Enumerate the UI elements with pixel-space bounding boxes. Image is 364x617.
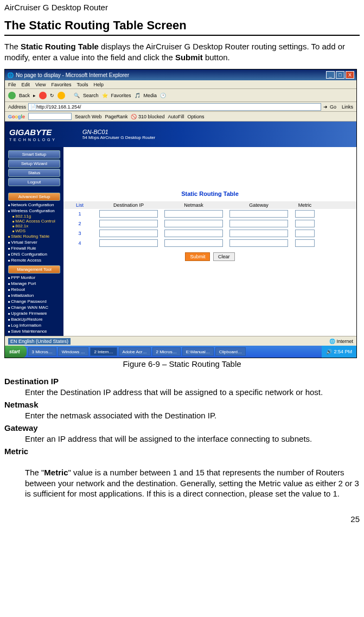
blocked-indicator[interactable]: 🚫 310 blocked [131,114,164,119]
tray-icon[interactable]: 🔊 [326,349,332,354]
srt-header-row: List Destination IP Netmask Gateway Metr… [63,201,356,209]
home-icon[interactable] [58,92,65,99]
maximize-button[interactable]: □ [336,71,344,79]
stop-icon[interactable] [39,92,47,99]
google-search-input[interactable] [28,113,72,120]
router-sidebar: Smart Setup Setup Wizard Status Logout A… [5,147,63,336]
sidebar-status[interactable]: Status [8,169,60,177]
sidebar-manage-port[interactable]: Manage Port [5,281,63,287]
searchweb-button[interactable]: Search Web [75,114,101,119]
sidebar-advanced-setup[interactable]: Advanced Setup [8,193,60,201]
back-icon[interactable] [8,92,16,99]
sidebar-mac-access[interactable]: MAC Access Control [5,219,63,224]
sidebar-remote-access[interactable]: Remote Access [5,257,63,263]
sidebar-log-information[interactable]: Log Information [5,322,63,328]
sidebar-80211g[interactable]: 802.11g [5,214,63,219]
metric-text: " value is a number between 1 and 15 tha… [25,468,359,498]
menu-edit[interactable]: Edit [22,82,30,87]
sidebar-management-tool[interactable]: Management Tool [8,265,60,273]
metric-text: The " [25,468,44,477]
address-input[interactable]: 📄 http://192.168.1.254/ [28,103,321,111]
refresh-icon[interactable]: ↻ [50,93,54,98]
menu-view[interactable]: View [35,82,46,87]
sidebar-8021x[interactable]: 802.1x [5,224,63,228]
address-value: http://192.168.1.254/ [36,104,81,110]
history-icon[interactable]: 🕑 [160,93,166,98]
ie-statusbar: EN English (United States) 🌐 Internet [5,336,356,346]
sidebar-upgrade-firmware[interactable]: Upgrade Firmware [5,310,63,316]
media-icon[interactable]: 🎵 [135,93,141,98]
sidebar-change-wan-mac[interactable]: Change WAN MAC [5,304,63,310]
favorites-icon[interactable]: ⭐ [102,93,108,98]
sidebar-dns-config[interactable]: DNS Configuration [5,251,63,257]
page-number: 25 [4,514,360,524]
minimize-button[interactable]: _ [326,71,335,79]
netmask-input[interactable] [164,230,223,237]
sidebar-save-maintenance[interactable]: Save Maintenance [5,328,63,334]
document-header: AirCruiser G Desktop Router [4,3,360,12]
pagerank-button[interactable]: PageRank [105,114,127,119]
sidebar-wds[interactable]: WDS [5,228,63,233]
sidebar-initialization[interactable]: Initialization [5,292,63,298]
submit-button[interactable]: Submit [185,252,210,261]
gateway-input[interactable] [229,210,288,218]
google-logo[interactable]: Google [8,114,25,119]
search-icon[interactable]: 🔍 [74,93,80,98]
taskbar-item[interactable]: Clipboard… [215,347,246,356]
taskbar-item[interactable]: 2 Micros… [152,347,181,356]
sidebar-firewall-rule[interactable]: Firewall Rule [5,245,63,251]
sidebar-logout[interactable]: Logout [8,178,60,186]
ie-menubar: File Edit View Favorites Tools Help [5,80,356,89]
sidebar-smart-setup[interactable]: Smart Setup [8,150,60,158]
search-button[interactable]: Search [83,93,99,98]
menu-favorites[interactable]: Favorites [51,82,71,87]
start-button[interactable]: start [5,346,27,358]
close-button[interactable]: X [346,71,354,79]
menu-help[interactable]: Help [93,82,104,87]
dest-ip-input[interactable] [99,230,158,237]
sidebar-virtual-server[interactable]: Virtual Server [5,239,63,245]
favorites-button[interactable]: Favorites [111,93,131,98]
options-button[interactable]: Options [188,114,205,119]
metric-input[interactable] [295,239,315,247]
metric-input[interactable] [295,230,315,237]
menu-file[interactable]: File [8,82,16,87]
gateway-input[interactable] [229,239,288,247]
sidebar-network-config[interactable]: Network Configuration [5,202,63,208]
forward-icon[interactable]: ▸ [33,93,36,98]
col-dest: Destination IP [96,201,161,209]
back-button[interactable]: Back [19,93,30,98]
sidebar-wireless-config[interactable]: Wireless Configuration [5,208,63,214]
dest-ip-input[interactable] [99,239,158,247]
autofill-button[interactable]: AutoFill [168,114,184,119]
system-tray[interactable]: 🔊 2:54 PM [322,346,356,358]
metric-input[interactable] [295,220,315,227]
taskbar-item[interactable]: Adobe Acr… [119,347,151,356]
taskbar-item[interactable]: 2 Intern… [90,347,117,356]
netmask-input[interactable] [164,220,223,227]
go-button[interactable]: Go [330,104,336,110]
sidebar-change-password[interactable]: Change Password [5,298,63,304]
taskbar-item[interactable]: E:\Manual… [182,347,214,356]
go-icon[interactable]: ➜ [323,104,328,110]
taskbar-item[interactable]: Windows … [58,347,89,356]
netmask-input[interactable] [164,239,223,247]
gateway-input[interactable] [229,220,288,227]
taskbar-item[interactable]: 3 Micros… [28,347,56,356]
sidebar-reboot[interactable]: Reboot [5,287,63,292]
sidebar-ppp-monitor[interactable]: PPP Monitor [5,275,63,281]
intro-bold-srt: Static Routing Table [21,42,99,51]
dest-ip-input[interactable] [99,220,158,227]
metric-input[interactable] [295,210,315,218]
netmask-input[interactable] [164,210,223,218]
clear-button[interactable]: Clear [213,252,235,261]
sidebar-backup-restore[interactable]: BackUp/Restore [5,316,63,322]
menu-tools[interactable]: Tools [76,82,88,87]
sidebar-setup-wizard[interactable]: Setup Wizard [8,160,60,168]
dest-ip-input[interactable] [99,210,158,218]
gateway-input[interactable] [229,230,288,237]
language-indicator[interactable]: EN English (United States) [8,338,71,345]
media-button[interactable]: Media [144,93,157,98]
links-label[interactable]: Links [342,104,353,110]
sidebar-static-routing[interactable]: Static Routing Table [5,233,63,239]
